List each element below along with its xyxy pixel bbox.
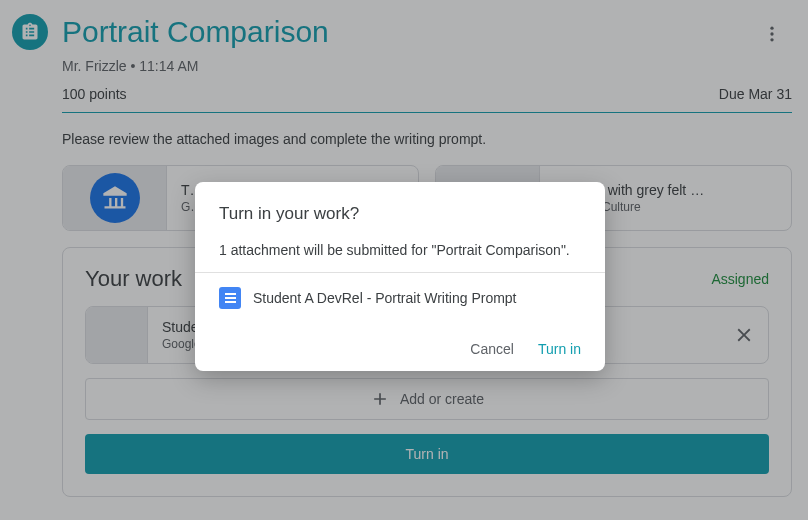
dialog-attachment-row: Student A DevRel - Portrait Writing Prom… <box>219 287 581 309</box>
dialog-title: Turn in your work? <box>219 204 581 224</box>
turn-in-dialog: Turn in your work? 1 attachment will be … <box>195 182 605 371</box>
google-docs-icon <box>219 287 241 309</box>
confirm-turn-in-button[interactable]: Turn in <box>538 341 581 357</box>
dialog-divider <box>195 272 605 273</box>
dialog-attachment-name: Student A DevRel - Portrait Writing Prom… <box>253 290 517 306</box>
dialog-body: 1 attachment will be submitted for "Port… <box>219 242 581 258</box>
cancel-button[interactable]: Cancel <box>470 341 514 357</box>
